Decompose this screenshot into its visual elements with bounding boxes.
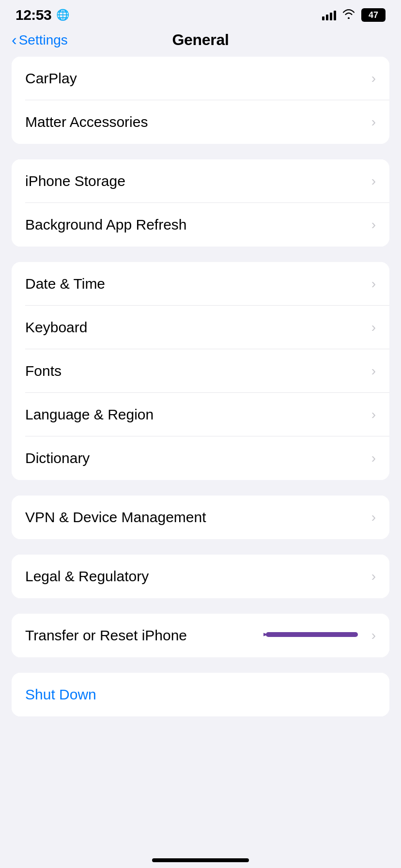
navigation-bar: ‹ Settings General	[0, 26, 401, 57]
matter-accessories-chevron-icon: ›	[371, 114, 376, 130]
legal-group: Legal & Regulatory ›	[12, 555, 389, 598]
signal-bar-2	[326, 15, 328, 20]
signal-bar-3	[330, 13, 332, 20]
fonts-label: Fonts	[25, 363, 62, 379]
language-region-row[interactable]: Language & Region ›	[12, 393, 389, 436]
transfer-reset-row[interactable]: Transfer or Reset iPhone ›	[12, 614, 389, 657]
status-bar: 12:53 🌐 47	[0, 0, 401, 26]
vpn-device-management-row[interactable]: VPN & Device Management ›	[12, 496, 389, 539]
carplay-row[interactable]: CarPlay ›	[12, 57, 389, 100]
dictionary-row[interactable]: Dictionary ›	[12, 436, 389, 480]
transfer-reset-chevron-icon: ›	[371, 628, 376, 643]
arrow-annotation	[263, 618, 360, 653]
signal-bar-4	[334, 11, 336, 20]
iphone-storage-row[interactable]: iPhone Storage ›	[12, 159, 389, 203]
back-label: Settings	[19, 32, 68, 48]
back-chevron-icon: ‹	[12, 32, 17, 47]
fonts-row[interactable]: Fonts ›	[12, 349, 389, 393]
matter-accessories-label: Matter Accessories	[25, 114, 148, 130]
date-time-label: Date & Time	[25, 276, 105, 292]
signal-bars-icon	[322, 10, 336, 20]
legal-regulatory-row[interactable]: Legal & Regulatory ›	[12, 555, 389, 598]
date-time-chevron-icon: ›	[371, 276, 376, 292]
language-region-chevron-icon: ›	[371, 407, 376, 422]
battery-indicator: 47	[361, 8, 386, 22]
shutdown-group: Shut Down	[12, 673, 389, 716]
background-app-refresh-chevron-icon: ›	[371, 217, 376, 232]
carplay-group: CarPlay › Matter Accessories ›	[12, 57, 389, 144]
shutdown-row[interactable]: Shut Down	[12, 673, 389, 716]
settings-content: CarPlay › Matter Accessories › iPhone St…	[0, 57, 401, 751]
vpn-device-management-chevron-icon: ›	[371, 510, 376, 525]
status-icons: 47	[322, 8, 386, 22]
wifi-icon	[342, 8, 355, 22]
matter-accessories-row[interactable]: Matter Accessories ›	[12, 100, 389, 144]
carplay-label: CarPlay	[25, 70, 77, 87]
page-title: General	[172, 31, 229, 49]
keyboard-chevron-icon: ›	[371, 320, 376, 335]
legal-regulatory-chevron-icon: ›	[371, 569, 376, 584]
shutdown-label: Shut Down	[25, 686, 96, 703]
dictionary-label: Dictionary	[25, 450, 90, 466]
signal-bar-1	[322, 16, 324, 20]
back-button[interactable]: ‹ Settings	[12, 32, 68, 48]
datetime-group: Date & Time › Keyboard › Fonts › Languag…	[12, 262, 389, 480]
vpn-device-management-label: VPN & Device Management	[25, 509, 206, 526]
transfer-reset-group: Transfer or Reset iPhone ›	[12, 614, 389, 657]
language-region-label: Language & Region	[25, 406, 154, 423]
background-app-refresh-label: Background App Refresh	[25, 217, 187, 233]
transfer-reset-label: Transfer or Reset iPhone	[25, 627, 187, 644]
date-time-row[interactable]: Date & Time ›	[12, 262, 389, 306]
storage-group: iPhone Storage › Background App Refresh …	[12, 159, 389, 247]
globe-icon: 🌐	[56, 9, 69, 21]
iphone-storage-chevron-icon: ›	[371, 173, 376, 189]
iphone-storage-label: iPhone Storage	[25, 173, 125, 189]
home-indicator	[152, 858, 249, 862]
fonts-chevron-icon: ›	[371, 363, 376, 379]
keyboard-label: Keyboard	[25, 319, 87, 336]
keyboard-row[interactable]: Keyboard ›	[12, 306, 389, 349]
carplay-chevron-icon: ›	[371, 71, 376, 86]
dictionary-chevron-icon: ›	[371, 450, 376, 466]
background-app-refresh-row[interactable]: Background App Refresh ›	[12, 203, 389, 247]
status-time: 12:53	[15, 7, 51, 23]
legal-regulatory-label: Legal & Regulatory	[25, 568, 149, 585]
vpn-group: VPN & Device Management ›	[12, 496, 389, 539]
